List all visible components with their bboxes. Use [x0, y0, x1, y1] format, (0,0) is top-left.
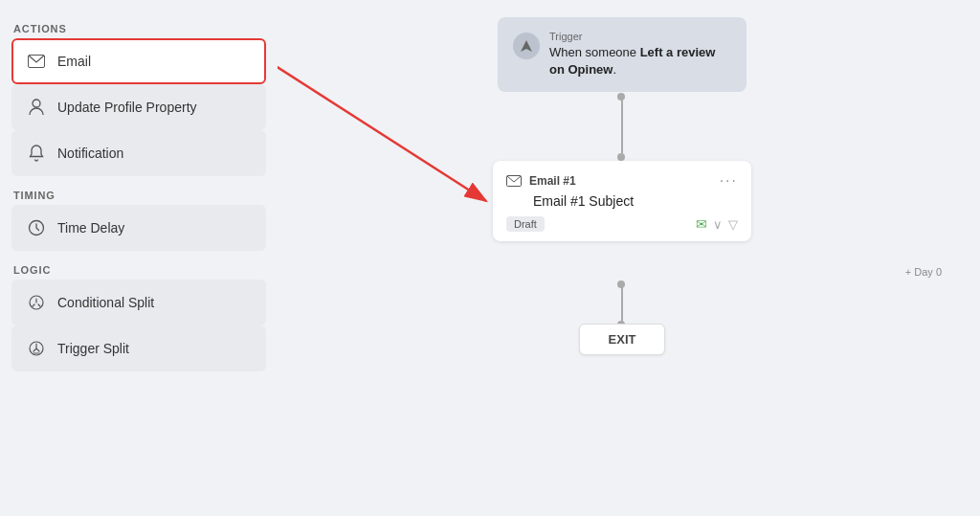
svg-point-1 [33, 100, 40, 107]
email-node-footer: Draft ✉ ∨ ▽ [506, 216, 738, 232]
sidebar-item-time-delay[interactable]: Time Delay [11, 205, 266, 251]
time-delay-label: Time Delay [57, 220, 124, 236]
email-node-name: Email #1 [529, 174, 576, 188]
exit-label: EXIT [609, 332, 636, 347]
actions-label: ACTIONS [11, 23, 266, 34]
email-label: Email [57, 54, 91, 69]
day-label: + Day 0 [905, 266, 942, 278]
conditional-split-label: Conditional Split [57, 295, 154, 310]
trigger-label: Trigger [549, 31, 731, 42]
email-node-menu-button[interactable]: ··· [720, 172, 738, 190]
trigger-text: Trigger When someone Left a review on Op… [549, 31, 731, 79]
timing-label: TIMING [11, 190, 266, 201]
logic-section: LOGIC Conditional Split Trigger Split [11, 257, 266, 371]
trigger-node: Trigger When someone Left a review on Op… [498, 17, 746, 92]
email-node-actions: ✉ ∨ ▽ [696, 216, 738, 232]
canvas: Trigger When someone Left a review on Op… [278, 0, 980, 516]
draft-badge: Draft [506, 216, 545, 232]
person-icon [27, 98, 46, 117]
sidebar-item-update-profile[interactable]: Update Profile Property [11, 84, 266, 130]
logic-label: LOGIC [11, 264, 266, 276]
envelope-icon [27, 52, 46, 71]
sidebar-item-email[interactable]: Email [11, 38, 266, 84]
update-profile-label: Update Profile Property [57, 100, 197, 115]
email-node[interactable]: Email #1 ··· Email #1 Subject Draft ✉ ∨ … [493, 161, 751, 241]
trigger-desc-prefix: When someone [549, 45, 640, 59]
check-icon[interactable]: ✉ [696, 216, 707, 232]
sidebar-item-conditional-split[interactable]: Conditional Split [11, 280, 266, 325]
connector-line-bottom [621, 283, 623, 322]
svg-line-6 [278, 64, 486, 201]
filter-icon[interactable]: ▽ [728, 217, 738, 232]
sidebar-item-trigger-split[interactable]: Trigger Split [11, 325, 266, 371]
connector-dot-mid [617, 153, 625, 161]
exit-node: EXIT [579, 324, 665, 355]
trigger-description: When someone Left a review on Opinew. [549, 44, 731, 79]
actions-section: ACTIONS Email Update Profile Property [11, 15, 266, 176]
trigger-desc-suffix: . [612, 62, 616, 77]
timing-section: TIMING Time Delay [11, 182, 266, 251]
bell-icon [27, 144, 46, 163]
trigger-split-label: Trigger Split [57, 341, 129, 356]
connector-line-top [621, 96, 623, 153]
sidebar: ACTIONS Email Update Profile Property [0, 0, 278, 516]
email-node-envelope-icon [506, 175, 522, 187]
email-node-header: Email #1 ··· [506, 172, 738, 190]
chevron-down-icon[interactable]: ∨ [713, 217, 723, 232]
email-node-title-wrap: Email #1 [506, 174, 576, 188]
email-node-subject: Email #1 Subject [533, 193, 738, 209]
clock-icon [27, 218, 46, 237]
trigger-split-icon [27, 339, 46, 358]
conditional-split-icon [27, 293, 46, 312]
notification-label: Notification [57, 146, 123, 161]
sidebar-item-notification[interactable]: Notification [11, 130, 266, 176]
svg-marker-7 [521, 40, 532, 52]
trigger-icon [513, 33, 540, 59]
